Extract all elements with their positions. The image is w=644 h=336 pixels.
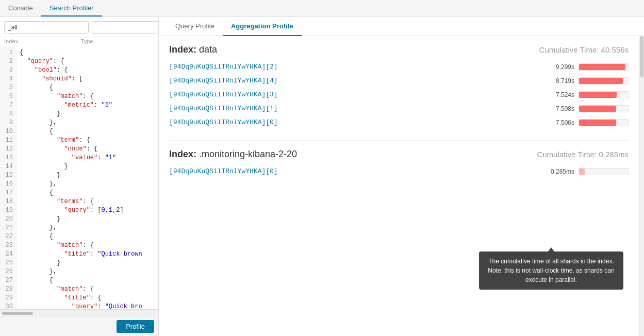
shard-time-4: 7.506s: [546, 119, 574, 126]
shard-bar-bg-1: [579, 77, 629, 85]
shard-row-3[interactable]: [94Dq9uKuQSilTRnlYwYHKA][1] 7.508s: [169, 103, 629, 114]
code-text[interactable]: { "query": { "bool": { "should": [ { "ma…: [16, 46, 158, 309]
shard-label-1: [94Dq9uKuQSilTRnlYwYHKA][4]: [169, 77, 546, 85]
content-area[interactable]: Index: data Cumulative Time: 40.556s [94…: [159, 36, 639, 336]
type-input[interactable]: [92, 21, 159, 33]
shard-bar-fill-4: [579, 120, 616, 126]
index-section-monitoring: Index: .monitoring-kibana-2-20 Cumulativ…: [169, 149, 629, 177]
shard-label-3: [94Dq9uKuQSilTRnlYwYHKA][1]: [169, 105, 546, 112]
right-panel: Query Profile Aggregation Profile Index:…: [159, 17, 644, 336]
shard-bar-fill-0: [579, 64, 625, 70]
index-header-data: Index: data Cumulative Time: 40.556s: [169, 44, 629, 55]
tooltip-arrow: [548, 247, 554, 251]
shard-time-mon-0: 0.285ms: [546, 168, 574, 175]
console-label: Console: [8, 4, 33, 12]
shard-label-mon-0: [94Dq9uKuQSilTRnlYwYHKA][0]: [169, 167, 546, 175]
shard-label-4: [94Dq9uKuQSilTRnlYwYHKA][0]: [169, 119, 546, 126]
input-row: [0, 17, 158, 38]
right-panel-inner: Index: data Cumulative Time: 40.556s [94…: [159, 36, 644, 336]
type-label: Type: [81, 38, 155, 44]
shard-time-2: 7.524s: [546, 91, 574, 98]
search-profiler-label: Search Profiler: [49, 4, 94, 12]
left-panel: Index Type 12345 678910 1112131415 16171…: [0, 17, 159, 336]
shard-bar-fill-1: [579, 78, 623, 84]
shard-bar-1: 8.719s: [546, 77, 629, 85]
nav-console[interactable]: Console: [0, 0, 41, 16]
hscroll-thumb[interactable]: [2, 312, 33, 315]
tooltip-text: The cumulative time of all shards in the…: [488, 258, 614, 283]
shard-time-1: 8.719s: [546, 77, 574, 85]
shard-bar-fill-3: [579, 106, 616, 112]
index-label: Index: [4, 38, 78, 44]
shard-bar-fill-2: [579, 92, 617, 98]
shard-bar-fill-mon-0: [579, 169, 585, 175]
scrollbar-thumb[interactable]: [640, 36, 643, 77]
shard-row-4[interactable]: [94Dq9uKuQSilTRnlYwYHKA][0] 7.506s: [169, 117, 629, 128]
shard-row-1[interactable]: [94Dq9uKuQSilTRnlYwYHKA][4] 8.719s: [169, 75, 629, 86]
shard-bar-bg-mon-0: [579, 168, 629, 175]
main-layout: Index Type 12345 678910 1112131415 16171…: [0, 17, 644, 336]
shard-bar-bg-0: [579, 63, 629, 71]
shard-time-0: 9.299s: [546, 63, 574, 71]
top-nav: Console Search Profiler: [0, 0, 644, 17]
index-section-data: Index: data Cumulative Time: 40.556s [94…: [169, 44, 629, 128]
code-editor[interactable]: 12345 678910 1112131415 1617181920 21222…: [0, 46, 158, 309]
shard-bar-0: 9.299s: [546, 63, 629, 71]
profile-button-row: Profile: [0, 316, 158, 336]
index-title-data: Index: data: [169, 44, 217, 55]
shard-bar-bg-2: [579, 91, 629, 98]
tab-aggregation-profile[interactable]: Aggregation Profile: [223, 17, 302, 36]
shard-row-2[interactable]: [94Dq9uKuQSilTRnlYwYHKA][3] 7.524s: [169, 89, 629, 100]
section-divider: [169, 140, 629, 141]
cumulative-time-data: Cumulative Time: 40.556s: [539, 45, 629, 54]
tab-query-label: Query Profile: [175, 22, 214, 30]
profile-button[interactable]: Profile: [117, 320, 154, 333]
cumulative-time-monitoring: Cumulative Time: 0.285ms: [537, 150, 629, 159]
input-labels: Index Type: [0, 38, 158, 46]
index-title-monitoring: Index: .monitoring-kibana-2-20: [169, 149, 297, 160]
shard-row-0[interactable]: [94Dq9uKuQSilTRnlYwYHKA][2] 9.299s: [169, 61, 629, 72]
shard-row-mon-0[interactable]: [94Dq9uKuQSilTRnlYwYHKA][0] 0.285ms: [169, 166, 629, 177]
line-numbers: 12345 678910 1112131415 1617181920 21222…: [0, 46, 16, 309]
horizontal-scrollbar[interactable]: [0, 309, 158, 316]
shard-bar-2: 7.524s: [546, 91, 629, 98]
shard-bar-bg-4: [579, 119, 629, 126]
nav-search-profiler[interactable]: Search Profiler: [41, 0, 102, 16]
shard-label-0: [94Dq9uKuQSilTRnlYwYHKA][2]: [169, 63, 546, 71]
tooltip: The cumulative time of all shards in the…: [479, 251, 623, 290]
tab-aggregation-label: Aggregation Profile: [231, 22, 293, 30]
shard-label-2: [94Dq9uKuQSilTRnlYwYHKA][3]: [169, 91, 546, 98]
tab-query-profile[interactable]: Query Profile: [167, 17, 223, 36]
shard-bar-4: 7.506s: [546, 119, 629, 126]
shard-bar-mon-0: 0.285ms: [546, 168, 629, 175]
vertical-scrollbar[interactable]: [639, 36, 644, 336]
index-input[interactable]: [4, 21, 89, 33]
index-header-monitoring: Index: .monitoring-kibana-2-20 Cumulativ…: [169, 149, 629, 160]
shard-bar-bg-3: [579, 105, 629, 112]
shard-bar-3: 7.508s: [546, 105, 629, 112]
shard-time-3: 7.508s: [546, 105, 574, 112]
tabs-row: Query Profile Aggregation Profile: [159, 17, 644, 36]
